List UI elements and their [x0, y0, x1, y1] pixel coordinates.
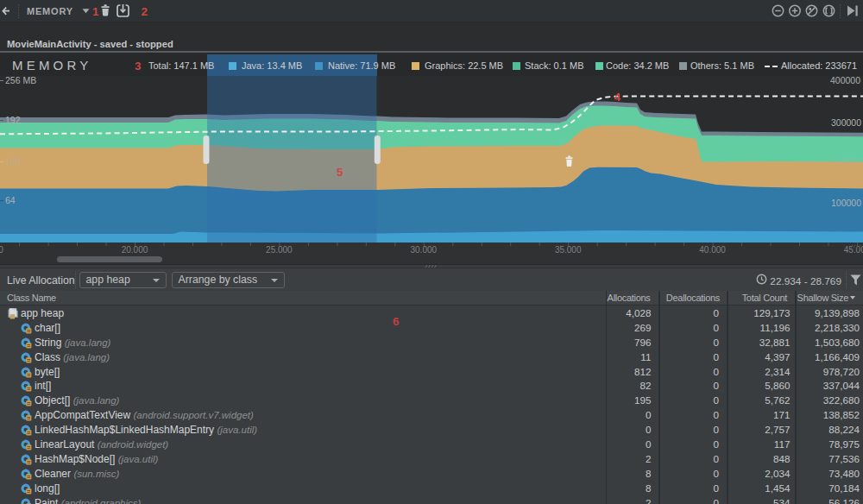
svg-text:300000: 300000: [831, 117, 861, 128]
svg-text:400000: 400000: [830, 76, 860, 85]
svg-text:100000: 100000: [831, 198, 861, 208]
svg-text:4: 4: [614, 91, 621, 104]
svg-text:15.000: 15.000: [0, 245, 3, 255]
svg-text:20.000: 20.000: [122, 245, 148, 255]
svg-text:25.000: 25.000: [266, 245, 293, 255]
svg-text:256 MB: 256 MB: [5, 76, 36, 85]
svg-text:64: 64: [5, 195, 16, 205]
svg-text:MEMORY: MEMORY: [27, 6, 73, 16]
svg-text:1: 1: [92, 5, 99, 18]
svg-text:200000: 200000: [831, 156, 861, 167]
svg-text:5: 5: [337, 166, 343, 179]
svg-text:2: 2: [142, 5, 148, 18]
svg-text:35.000: 35.000: [555, 245, 582, 255]
svg-text:30.000: 30.000: [411, 245, 438, 255]
svg-text:128: 128: [5, 156, 21, 167]
svg-text:192: 192: [5, 115, 21, 125]
svg-text:40.000: 40.000: [699, 245, 726, 255]
